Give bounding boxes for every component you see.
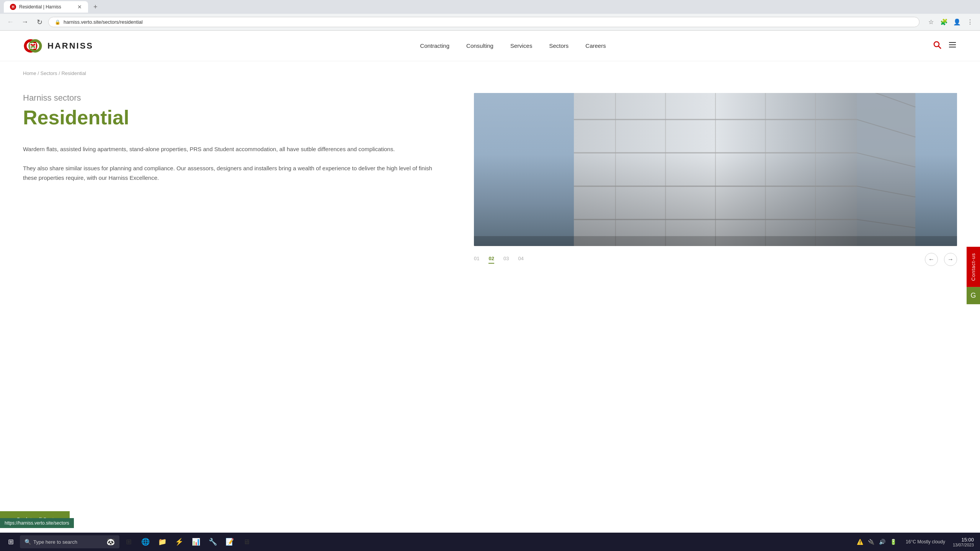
extensions-icon[interactable]: 🧩	[939, 17, 949, 28]
browser-titlebar: H Residential | Harniss ✕ +	[0, 0, 980, 14]
slider-controls: 01 02 03 04 ← →	[474, 246, 957, 266]
logo-svg	[23, 36, 43, 56]
svg-point-3	[934, 42, 939, 47]
site-header: HARNISS Contracting Consulting Services …	[0, 31, 980, 61]
logo-text: HARNISS	[47, 41, 93, 51]
close-tab-button[interactable]: ✕	[77, 4, 82, 10]
svg-marker-42	[857, 93, 915, 246]
svg-rect-50	[474, 236, 957, 246]
lock-icon: 🔒	[55, 20, 60, 25]
prev-slide-button[interactable]: ←	[925, 253, 938, 266]
image-slider: 01 02 03 04 ← →	[474, 93, 957, 266]
content-paragraph-1: Wardern flats, assisted living apartment…	[23, 144, 443, 154]
page-title: Residential	[23, 106, 443, 129]
content-paragraph-2: They also share similar issues for plann…	[23, 163, 443, 183]
nav-careers[interactable]: Careers	[585, 39, 606, 52]
svg-line-47	[857, 186, 915, 197]
address-bar[interactable]: 🔒 harniss.verto.site/sectors/residential	[48, 17, 920, 27]
slider-dots: 01 02 03 04	[474, 256, 524, 264]
new-tab-button[interactable]: +	[91, 3, 100, 11]
url-text: harniss.verto.site/sectors/residential	[64, 19, 143, 25]
header-actions	[933, 40, 957, 52]
slider-dot-3[interactable]: 03	[503, 256, 509, 264]
svg-line-46	[857, 153, 915, 167]
svg-line-48	[857, 220, 915, 228]
contact-label: Contact-us	[970, 253, 976, 281]
reload-button[interactable]: ↻	[34, 16, 45, 28]
search-button[interactable]	[933, 40, 942, 52]
menu-dots-icon[interactable]: ⋮	[965, 17, 975, 28]
contact-tab[interactable]: Contact-us	[967, 247, 980, 287]
bookmark-icon[interactable]: ☆	[926, 17, 936, 28]
main-content: Harniss sectors Residential Wardern flat…	[0, 85, 980, 289]
breadcrumb-home[interactable]: Home	[23, 70, 36, 76]
browser-tab[interactable]: H Residential | Harniss ✕	[4, 1, 88, 13]
website-content: HARNISS Contracting Consulting Services …	[0, 31, 980, 289]
next-slide-button[interactable]: →	[944, 253, 957, 266]
nav-sectors[interactable]: Sectors	[549, 39, 568, 52]
slider-dot-1[interactable]: 01	[474, 256, 479, 264]
forward-browser-button[interactable]: →	[19, 16, 31, 28]
breadcrumb: Home / Sectors / Residential	[0, 61, 980, 85]
back-browser-button[interactable]: ←	[5, 16, 16, 28]
hamburger-menu-button[interactable]	[948, 40, 957, 52]
sectors-label: Harniss sectors	[23, 93, 443, 103]
slider-dot-2[interactable]: 02	[488, 256, 494, 264]
slider-arrows: ← →	[925, 253, 957, 266]
slider-dot-4[interactable]: 04	[518, 256, 523, 264]
contact-icon-button[interactable]: G	[967, 287, 980, 289]
browser-frame: H Residential | Harniss ✕ + ← → ↻ 🔒 harn…	[0, 0, 980, 31]
nav-services[interactable]: Services	[510, 39, 532, 52]
breadcrumb-sectors[interactable]: Sectors	[41, 70, 57, 76]
browser-controls: ← → ↻ 🔒 harniss.verto.site/sectors/resid…	[0, 14, 980, 31]
main-nav: Contracting Consulting Services Sectors …	[420, 39, 606, 52]
breadcrumb-current: Residential	[61, 70, 86, 76]
browser-toolbar-right: ☆ 🧩 👤 ⋮	[926, 17, 975, 28]
profile-icon[interactable]: 👤	[952, 17, 962, 28]
nav-contracting[interactable]: Contracting	[420, 39, 449, 52]
svg-rect-2	[30, 43, 36, 49]
content-left: Harniss sectors Residential Wardern flat…	[23, 93, 443, 192]
tab-title: Residential | Harniss	[19, 4, 61, 10]
tab-favicon: H	[10, 4, 16, 10]
contact-sidebar: Contact-us G	[967, 247, 980, 289]
logo-area[interactable]: HARNISS	[23, 36, 93, 56]
svg-line-4	[939, 46, 941, 49]
nav-consulting[interactable]: Consulting	[466, 39, 493, 52]
slider-image	[474, 93, 957, 246]
